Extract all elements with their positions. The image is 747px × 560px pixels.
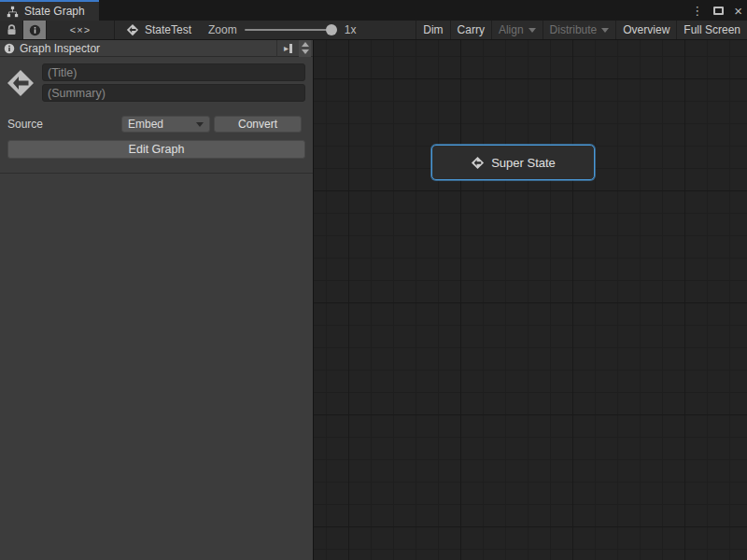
graph-breadcrumb[interactable]: StateTest: [115, 21, 201, 39]
window-controls: ⋮ ×: [691, 0, 742, 21]
header-separator: [276, 40, 277, 57]
node-label: Super State: [491, 156, 556, 170]
full-screen-button[interactable]: Full Screen: [676, 21, 747, 39]
graph-summary-input[interactable]: [42, 84, 305, 102]
chevron-up-icon: [302, 42, 309, 47]
panel-spinner[interactable]: [299, 40, 311, 57]
inspector-divider: [0, 173, 313, 174]
state-graph-icon-large: [6, 68, 35, 98]
convert-button-label: Convert: [238, 118, 277, 131]
align-button[interactable]: Align: [491, 21, 543, 39]
carry-button[interactable]: Carry: [450, 21, 491, 39]
toolbar-left-group: <×> StateTest Zoom 1x: [0, 21, 356, 39]
graph-name: StateTest: [145, 23, 191, 36]
inspector-title: Graph Inspector: [20, 42, 272, 55]
dock-bar: [289, 44, 292, 53]
super-state-node[interactable]: Super State: [431, 145, 595, 180]
graph-toolbar: <×> StateTest Zoom 1x: [0, 21, 747, 40]
full-screen-button-label: Full Screen: [684, 23, 740, 36]
tab-state-graph[interactable]: State Graph: [0, 0, 99, 21]
source-dropdown[interactable]: Embed: [121, 116, 210, 133]
zoom-label: Zoom: [208, 23, 237, 36]
state-graph-icon: [471, 156, 485, 170]
source-label: Source: [7, 118, 121, 131]
lock-button[interactable]: [0, 21, 22, 39]
distribute-button[interactable]: Distribute: [543, 21, 616, 39]
info-icon: [29, 24, 41, 36]
align-button-label: Align: [499, 23, 524, 36]
dim-button-label: Dim: [423, 23, 443, 36]
code-icon: <×>: [70, 24, 91, 35]
carry-button-label: Carry: [458, 23, 485, 36]
state-graph-icon: [126, 23, 139, 36]
source-row: Source Embed Convert: [7, 116, 305, 133]
code-preview-button[interactable]: <×>: [47, 21, 114, 39]
dock-panel-icon[interactable]: ▸: [282, 43, 294, 53]
info-icon: [4, 43, 15, 54]
convert-button[interactable]: Convert: [214, 116, 302, 133]
graph-hierarchy-icon: [7, 6, 19, 18]
dim-button[interactable]: Dim: [416, 21, 449, 39]
graph-canvas[interactable]: Super State: [314, 40, 747, 560]
overview-button[interactable]: Overview: [615, 21, 676, 39]
edit-graph-button-label: Edit Graph: [129, 143, 185, 156]
inspector-toggle-button[interactable]: [23, 21, 46, 39]
edit-graph-button[interactable]: Edit Graph: [7, 140, 305, 159]
overview-button-label: Overview: [623, 23, 669, 36]
zoom-value: 1x: [345, 23, 357, 36]
window-menu-icon[interactable]: ⋮: [691, 5, 703, 17]
source-dropdown-value: Embed: [128, 118, 163, 131]
graph-fields: [42, 63, 305, 102]
distribute-button-label: Distribute: [550, 23, 598, 36]
graph-title-input[interactable]: [42, 63, 305, 81]
close-icon[interactable]: ×: [734, 4, 742, 18]
chevron-down-icon: [302, 49, 309, 54]
graph-inspector-panel: Graph Inspector ▸: [0, 40, 314, 560]
tab-label: State Graph: [24, 5, 85, 18]
chevron-down-icon: [196, 122, 204, 127]
graph-info-row: [0, 57, 313, 102]
state-graph-window: State Graph ⋮ ×: [0, 0, 747, 560]
zoom-slider-thumb[interactable]: [326, 24, 337, 35]
chevron-down-icon: [601, 28, 609, 33]
chevron-down-icon: [529, 28, 536, 33]
maximize-icon[interactable]: [713, 7, 724, 15]
titlebar: State Graph ⋮ ×: [0, 0, 747, 21]
zoom-slider[interactable]: [245, 29, 331, 31]
lock-icon: [6, 23, 18, 36]
zoom-control: Zoom 1x: [201, 21, 356, 39]
dock-arrow-glyph: ▸: [284, 43, 289, 53]
inspector-header: Graph Inspector ▸: [0, 40, 313, 57]
toolbar-right-group: Dim Carry Align Distribute Overview Full…: [416, 21, 747, 39]
